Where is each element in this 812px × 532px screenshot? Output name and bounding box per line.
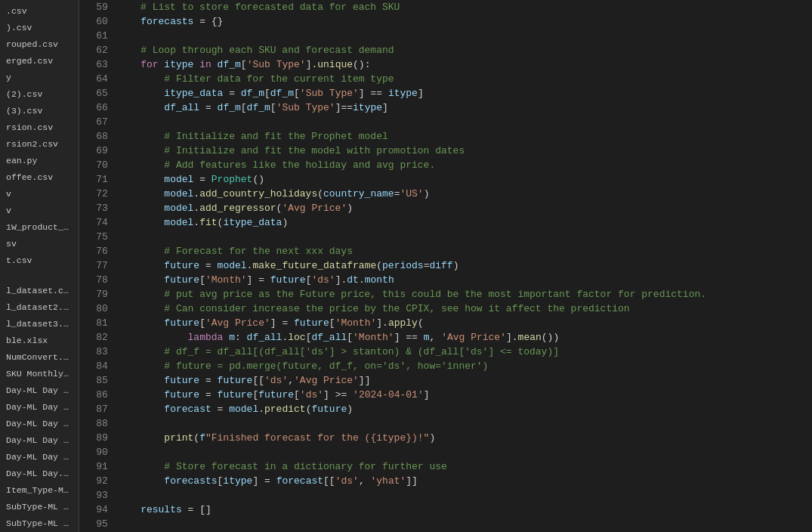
- sidebar-item-14[interactable]: 1W_product_informatio...: [0, 219, 79, 236]
- table-row: 89 print(f"Finished forecast for the ({i…: [79, 431, 812, 445]
- sidebar-item-29[interactable]: Day-ML Day.csv: [0, 466, 79, 482]
- line-code: # future = pd.merge(future, df_f, on='ds…: [117, 359, 812, 373]
- table-row: 83 # df_f = df_all[(df_all['ds'] > stant…: [79, 345, 812, 359]
- sidebar-item-1[interactable]: .csv: [0, 3, 79, 20]
- line-number: 92: [79, 474, 117, 488]
- line-code: model = Prophet(): [117, 172, 812, 187]
- line-code: # Initialize and fit the Prophet model: [117, 129, 812, 144]
- line-number: 73: [79, 201, 117, 215]
- table-row: 68 # Initialize and fit the Prophet mode…: [79, 129, 812, 144]
- line-number: 62: [79, 43, 117, 57]
- sidebar-item-30[interactable]: Item_Type-ML Day.csv: [0, 482, 79, 499]
- sidebar-item-20[interactable]: l_dataset3.csv: [0, 316, 79, 332]
- table-row: 82 lambda m: df_all.loc[df_all['Month'] …: [79, 330, 812, 345]
- line-code: future = future[['ds','Avg Price']]: [117, 373, 812, 388]
- line-number: 60: [79, 14, 117, 29]
- code-table: 59 # List to store forecasted data for e…: [79, 0, 812, 532]
- line-code: # Initialize and fit the model with prom…: [117, 144, 812, 158]
- sidebar-item-11[interactable]: offee.csv: [0, 169, 79, 186]
- sidebar-item-26[interactable]: Day-ML Day (3).csv: [0, 416, 79, 432]
- sidebar-item-16[interactable]: t.csv: [0, 252, 79, 269]
- table-row: 64 # Filter data for the current item ty…: [79, 72, 812, 86]
- line-number: 69: [79, 144, 117, 158]
- line-number: 75: [79, 230, 117, 244]
- line-number: 63: [79, 57, 117, 72]
- line-code: [117, 230, 812, 244]
- line-number: 61: [79, 29, 117, 43]
- sidebar-item-17[interactable]: [0, 269, 79, 283]
- table-row: 61: [79, 29, 812, 43]
- table-row: 86 future = future[future['ds'] >= '2024…: [79, 388, 812, 402]
- sidebar-item-6[interactable]: (2).csv: [0, 86, 79, 103]
- table-row: 85 future = future[['ds','Avg Price']]: [79, 373, 812, 388]
- table-row: 90: [79, 445, 812, 459]
- sidebar-item-28[interactable]: Day-ML Day 1487.csv: [0, 449, 79, 466]
- sidebar-item-19[interactable]: l_dataset2.csv: [0, 299, 79, 316]
- sidebar-item-21[interactable]: ble.xlsx: [0, 332, 79, 349]
- table-row: 87 forecast = model.predict(future): [79, 402, 812, 416]
- line-number: 81: [79, 316, 117, 330]
- line-number: 59: [79, 0, 117, 14]
- sidebar-item-2[interactable]: ).csv: [0, 20, 79, 36]
- table-row: 80 # Can consider increase the price by …: [79, 302, 812, 316]
- sidebar-item-5[interactable]: y: [0, 70, 79, 86]
- sidebar-item-23[interactable]: SKU Monthly Sales Mik...: [0, 366, 79, 382]
- line-code: future = future[future['ds'] >= '2024-04…: [117, 388, 812, 402]
- sidebar-item-4[interactable]: erged.csv: [0, 53, 79, 70]
- line-code: model.add_regressor('Avg Price'): [117, 201, 812, 215]
- line-number: 78: [79, 273, 117, 287]
- sidebar-item-31[interactable]: SubType-ML Day (2).csv: [0, 499, 79, 515]
- line-code: [117, 517, 812, 531]
- sidebar-item-8[interactable]: rsion.csv: [0, 119, 79, 136]
- line-number: 76: [79, 244, 117, 258]
- sidebar-item-7[interactable]: (3).csv: [0, 103, 79, 119]
- line-number: 94: [79, 503, 117, 517]
- table-row: 93: [79, 488, 812, 503]
- line-code: # Add features like the holiday and avg …: [117, 158, 812, 172]
- line-code: # List to store forecasted data for each…: [117, 0, 812, 14]
- line-code: [117, 115, 812, 129]
- table-row: 77 future = model.make_future_dataframe(…: [79, 258, 812, 273]
- table-row: 69 # Initialize and fit the model with p…: [79, 144, 812, 158]
- sidebar-item-25[interactable]: Day-ML Day (2).csv: [0, 399, 79, 416]
- code-editor[interactable]: 59 # List to store forecasted data for e…: [79, 0, 812, 532]
- table-row: 74 model.fit(itype_data): [79, 215, 812, 230]
- line-number: 70: [79, 158, 117, 172]
- sidebar-item-22[interactable]: NumConvert.csv: [0, 349, 79, 366]
- line-number: 95: [79, 517, 117, 531]
- table-row: 94 results = []: [79, 503, 812, 517]
- table-row: 92 forecasts[itype] = forecast[['ds', 'y…: [79, 474, 812, 488]
- sidebar-item-13[interactable]: v: [0, 203, 79, 219]
- file-explorer[interactable]: .csv ).csv rouped.csv erged.csv y (2).cs…: [0, 0, 79, 532]
- line-code: print(f"Finished forecast for the ({ityp…: [117, 431, 812, 445]
- line-number: 77: [79, 258, 117, 273]
- line-code: # Loop through each SKU and forecast dem…: [117, 43, 812, 57]
- table-row: 79 # put avg price as the Future price, …: [79, 287, 812, 302]
- sidebar-item-32[interactable]: SubType-ML Day.csv: [0, 515, 79, 532]
- sidebar-item-9[interactable]: rsion2.csv: [0, 136, 79, 153]
- line-code: results = []: [117, 503, 812, 517]
- line-number: 80: [79, 302, 117, 316]
- line-number: 74: [79, 215, 117, 230]
- sidebar-item-24[interactable]: Day-ML Day (1).csv: [0, 382, 79, 399]
- line-code: forecast = model.predict(future): [117, 402, 812, 416]
- table-row: 76 # Forecast for the next xxx days: [79, 244, 812, 258]
- table-row: 73 model.add_regressor('Avg Price'): [79, 201, 812, 215]
- table-row: 60 forecasts = {}: [79, 14, 812, 29]
- line-code: df_all = df_m[df_m['Sub Type']==itype]: [117, 101, 812, 115]
- table-row: 95: [79, 517, 812, 531]
- line-number: 71: [79, 172, 117, 187]
- table-row: 62 # Loop through each SKU and forecast …: [79, 43, 812, 57]
- table-row: 75: [79, 230, 812, 244]
- line-number: 89: [79, 431, 117, 445]
- line-number: 65: [79, 86, 117, 101]
- sidebar-item-18[interactable]: l_dataset.csv: [0, 283, 79, 299]
- sidebar-item-3[interactable]: rouped.csv: [0, 36, 79, 53]
- line-number: 68: [79, 129, 117, 144]
- sidebar-item-15[interactable]: sv: [0, 236, 79, 252]
- line-number: 79: [79, 287, 117, 302]
- line-number: 85: [79, 373, 117, 388]
- sidebar-item-12[interactable]: v: [0, 186, 79, 203]
- sidebar-item-27[interactable]: Day-ML Day (4).csv: [0, 432, 79, 449]
- sidebar-item-10[interactable]: ean.py: [0, 153, 79, 169]
